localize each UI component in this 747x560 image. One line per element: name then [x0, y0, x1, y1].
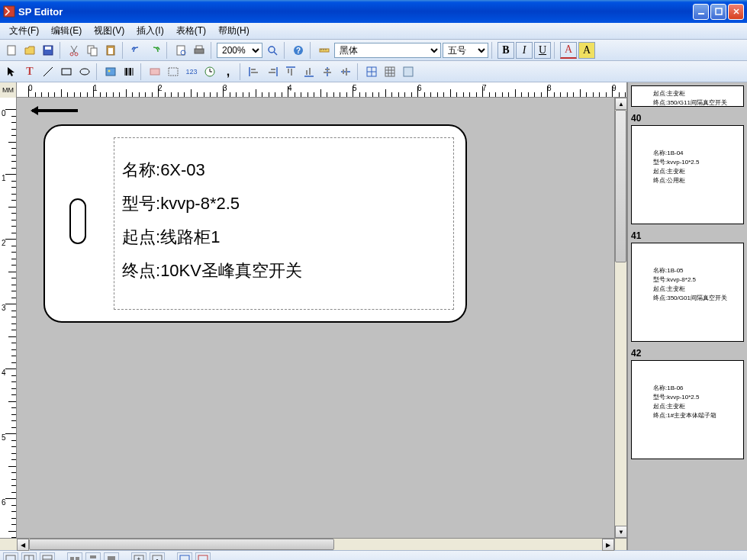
thumbnail-card[interactable]: 起点:主变柜终点:350/G11间隔真空开关	[631, 85, 744, 107]
paste-button[interactable]	[102, 42, 119, 59]
thumbnail-card[interactable]: 名称:1B-05型号:kvvp-8*2.5起点:主变柜终点:350/G01间隔真…	[631, 243, 744, 342]
align-left-button[interactable]	[246, 63, 262, 80]
merge-btn-2[interactable]	[85, 552, 101, 561]
merge-btn-3[interactable]	[104, 552, 119, 561]
ellipse-tool[interactable]	[76, 63, 93, 80]
label-text-area[interactable]: 名称:6X-03 型号:kvvp-8*2.5 起点:线路柜1 终点:10KV圣峰…	[114, 137, 454, 310]
image-tool[interactable]	[102, 63, 119, 80]
label-line-2[interactable]: 型号:kvvp-8*2.5	[122, 187, 446, 220]
redo-button[interactable]	[147, 42, 163, 59]
label-line-3[interactable]: 起点:线路柜1	[122, 220, 446, 254]
italic-button[interactable]: I	[516, 42, 533, 59]
scroll-right-button[interactable]: ▶	[602, 539, 614, 551]
scroll-down-button[interactable]: ▼	[615, 526, 626, 538]
select-area-tool[interactable]	[165, 63, 182, 80]
svg-rect-5	[45, 47, 51, 50]
svg-rect-52	[325, 69, 330, 70]
save-button[interactable]	[40, 42, 56, 59]
ruler-toggle-button[interactable]	[316, 42, 333, 59]
size-combo[interactable]: 五号	[443, 43, 488, 58]
form-button[interactable]	[400, 63, 417, 80]
svg-rect-43	[271, 69, 275, 70]
align-top-button[interactable]	[282, 63, 299, 80]
menubar: 文件(F) 编辑(E) 视图(V) 插入(I) 表格(T) 帮助(H)	[0, 23, 747, 40]
print-preview-button[interactable]	[172, 42, 189, 59]
align-center-h-button[interactable]	[319, 63, 336, 80]
align-bottom-button[interactable]	[301, 63, 317, 80]
datetime-tool[interactable]	[201, 63, 218, 80]
menu-help[interactable]: 帮助(H)	[212, 23, 256, 39]
ruler-top: MM 0123456789	[0, 82, 626, 98]
scroll-up-button[interactable]: ▲	[615, 98, 626, 110]
close-button[interactable]	[728, 4, 744, 20]
svg-point-16	[269, 47, 275, 53]
group-btn-1[interactable]: +	[131, 552, 147, 561]
menu-insert[interactable]: 插入(I)	[130, 23, 169, 39]
layout-btn-3[interactable]	[40, 552, 55, 561]
copy-button[interactable]	[84, 42, 101, 59]
zoom-combo[interactable]: 200%	[217, 43, 262, 58]
minimize-button[interactable]	[693, 4, 709, 20]
counter-tool[interactable]: 123	[183, 63, 200, 80]
thumbnail-item[interactable]: 40名称:1B-04型号:kvvp-10*2.5起点:主变柜终点:公用柜	[631, 113, 744, 224]
comma-tool[interactable]: ,	[220, 63, 237, 80]
pointer-tool[interactable]	[3, 63, 20, 80]
table-button[interactable]	[382, 63, 398, 80]
zoom-tool-button[interactable]	[264, 42, 281, 59]
scrollbar-vertical[interactable]: ▲ ▼	[614, 98, 626, 538]
svg-rect-72	[76, 557, 79, 561]
text-tool[interactable]: T	[21, 63, 38, 80]
ruler-horizontal[interactable]: 0123456789	[17, 82, 626, 97]
font-color-button[interactable]: A	[560, 42, 577, 59]
undo-button[interactable]	[128, 42, 145, 59]
lock-btn-1[interactable]	[177, 552, 192, 561]
thumbnail-panel[interactable]: 起点:主变柜终点:350/G11间隔真空开关40名称:1B-04型号:kvvp-…	[626, 82, 747, 550]
layout-btn-1[interactable]	[3, 552, 18, 561]
group-btn-2[interactable]: -	[150, 552, 165, 561]
svg-rect-55	[343, 69, 344, 74]
rect-tool[interactable]	[58, 63, 75, 80]
ruler-vertical[interactable]: 01234567	[0, 98, 17, 538]
open-button[interactable]	[21, 42, 38, 59]
scrollbar-horizontal[interactable]: ◀ ▶	[0, 538, 626, 550]
svg-rect-65	[404, 67, 413, 76]
merge-btn-1[interactable]	[67, 552, 82, 561]
thumbnail-card[interactable]: 名称:1B-04型号:kvvp-10*2.5起点:主变柜终点:公用柜	[631, 125, 744, 224]
svg-point-26	[80, 69, 89, 75]
svg-rect-46	[288, 69, 289, 73]
cut-button[interactable]	[66, 42, 82, 59]
new-button[interactable]	[3, 42, 20, 59]
canvas[interactable]: 名称:6X-03 型号:kvvp-8*2.5 起点:线路柜1 终点:10KV圣峰…	[17, 98, 614, 538]
highlight-button[interactable]: A	[578, 42, 595, 59]
help-button[interactable]: ?	[290, 42, 307, 59]
thumbnail-item[interactable]: 41名称:1B-05型号:kvvp-8*2.5起点:主变柜终点:350/G01间…	[631, 230, 744, 342]
line-tool[interactable]	[40, 63, 56, 80]
thumbnail-card[interactable]: 名称:1B-06型号:kvvp-10*2.5起点:主变柜终点:1#主变本体端子箱	[631, 360, 744, 459]
variable-tool[interactable]	[147, 63, 163, 80]
bold-button[interactable]: B	[497, 42, 514, 59]
barcode-tool[interactable]	[121, 63, 137, 80]
thumbnail-item[interactable]: 起点:主变柜终点:350/G11间隔真空开关	[631, 85, 744, 107]
svg-rect-69	[43, 555, 52, 561]
underline-button[interactable]: U	[534, 42, 551, 59]
svg-rect-60	[385, 67, 394, 76]
thumbnail-item[interactable]: 42名称:1B-06型号:kvvp-10*2.5起点:主变柜终点:1#主变本体端…	[631, 348, 744, 459]
font-combo[interactable]: 黑体	[334, 43, 441, 58]
lock-btn-2[interactable]	[195, 552, 211, 561]
label-line-1[interactable]: 名称:6X-03	[122, 153, 446, 187]
label-line-4[interactable]: 终点:10KV圣峰真空开关	[122, 254, 446, 288]
menu-view[interactable]: 视图(V)	[88, 23, 130, 39]
svg-rect-3	[8, 46, 15, 55]
scroll-left-button[interactable]: ◀	[17, 539, 29, 551]
label-card[interactable]: 名称:6X-03 型号:kvvp-8*2.5 起点:线路柜1 终点:10KV圣峰…	[43, 124, 467, 323]
menu-file[interactable]: 文件(F)	[3, 23, 45, 39]
print-button[interactable]	[191, 42, 208, 59]
grid-button[interactable]	[363, 63, 380, 80]
layout-btn-2[interactable]	[21, 552, 37, 561]
align-center-v-button[interactable]	[337, 63, 354, 80]
window-controls	[693, 4, 744, 20]
menu-edit[interactable]: 编辑(E)	[45, 23, 88, 39]
menu-table[interactable]: 表格(T)	[170, 23, 212, 39]
maximize-button[interactable]	[710, 4, 726, 20]
align-right-button[interactable]	[264, 63, 281, 80]
